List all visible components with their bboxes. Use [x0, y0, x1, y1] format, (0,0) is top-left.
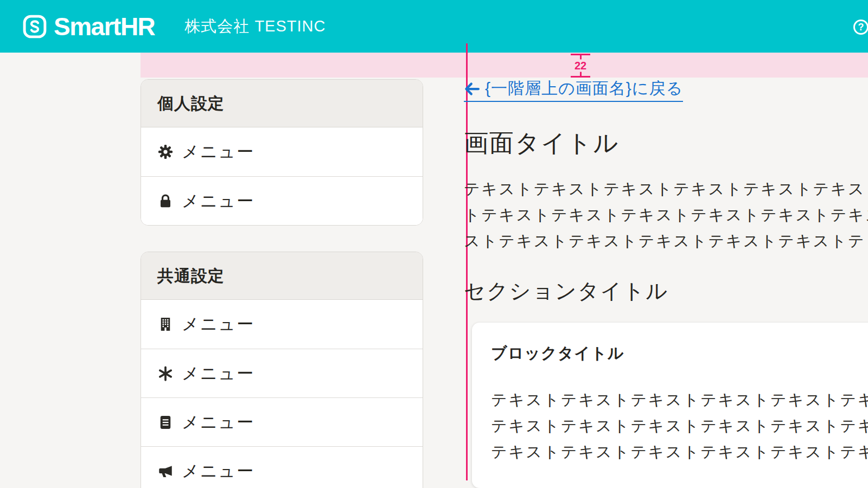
sidebar-item-personal-1[interactable]: メニュー — [141, 127, 423, 176]
gear-icon — [157, 144, 174, 160]
sidebar-item-label: メニュー — [182, 460, 254, 483]
sidebar-item-label: メニュー — [182, 411, 254, 434]
sidebar-item-label: メニュー — [182, 313, 254, 336]
paragraph-line: トテキストテキストテキストテキストテキストテキス — [464, 202, 868, 228]
block-body: テキストテキストテキストテキストテキストテキ テキストテキストテキストテキストテ… — [491, 387, 868, 465]
smarthr-logo-icon — [23, 15, 47, 38]
block-line: テキストテキストテキストテキストテキストテキ — [491, 387, 868, 413]
main-content: {一階層上の画面名}に戻る 画面タイトル テキストテキストテキストテキストテキス… — [464, 78, 868, 488]
arrow-left-icon — [464, 81, 480, 97]
book-icon — [157, 414, 174, 431]
page: SmartHR 株式会社 TESTINC ? 22 個人設定 — [0, 0, 868, 488]
building-icon — [157, 316, 174, 332]
settings-sidebar: 個人設定 メニュー — [141, 79, 423, 488]
sidebar-item-label: メニュー — [182, 190, 254, 213]
sidebar-group-title: 個人設定 — [141, 80, 423, 127]
back-link-label: {一階層上の画面名}に戻る — [485, 78, 683, 100]
block-title: ブロックタイトル — [491, 344, 868, 362]
sidebar-group-personal: 個人設定 メニュー — [141, 79, 423, 226]
sidebar-item-common-2[interactable]: メニュー — [141, 349, 423, 397]
smarthr-logo[interactable]: SmartHR — [23, 12, 155, 41]
app-header: SmartHR 株式会社 TESTINC ? — [0, 0, 868, 53]
paragraph-line: ストテキストテキストテキストテキストテキストテ — [464, 228, 868, 254]
back-link[interactable]: {一階層上の画面名}に戻る — [464, 78, 683, 102]
sidebar-group-title: 共通設定 — [141, 252, 423, 300]
lead-paragraph: テキストテキストテキストテキストテキストテキス トテキストテキストテキストテキス… — [464, 176, 868, 254]
sidebar-item-common-4[interactable]: メニュー — [141, 446, 423, 488]
question-mark-icon: ? — [858, 22, 864, 32]
content-block-card: ブロックタイトル テキストテキストテキストテキストテキストテキ テキストテキスト… — [472, 323, 868, 488]
sidebar-item-common-1[interactable]: メニュー — [141, 300, 423, 349]
section-title: セクションタイトル — [464, 279, 868, 304]
help-button[interactable]: ? — [853, 20, 868, 35]
paragraph-line: テキストテキストテキストテキストテキストテキス — [464, 176, 868, 202]
sidebar-item-common-3[interactable]: メニュー — [141, 397, 423, 446]
asterisk-icon — [157, 365, 174, 382]
sidebar-item-personal-2[interactable]: メニュー — [141, 176, 423, 225]
sidebar-group-common: 共通設定 メニュー — [141, 252, 423, 488]
spacing-annotation-band — [141, 53, 868, 78]
page-title: 画面タイトル — [464, 127, 868, 159]
sidebar-item-label: メニュー — [182, 140, 254, 163]
spacing-measure: 22 — [569, 54, 592, 78]
megaphone-icon — [157, 463, 174, 479]
measure-value: 22 — [573, 60, 588, 72]
block-line: テキストテキストテキストテキストテキストテキ — [491, 439, 868, 465]
lock-icon — [157, 193, 174, 209]
block-line: テキストテキストテキストテキストテキストテキ — [491, 413, 868, 439]
company-name: 株式会社 TESTINC — [184, 16, 326, 37]
sidebar-item-label: メニュー — [182, 362, 254, 385]
logo-wordmark: SmartHR — [54, 12, 155, 41]
